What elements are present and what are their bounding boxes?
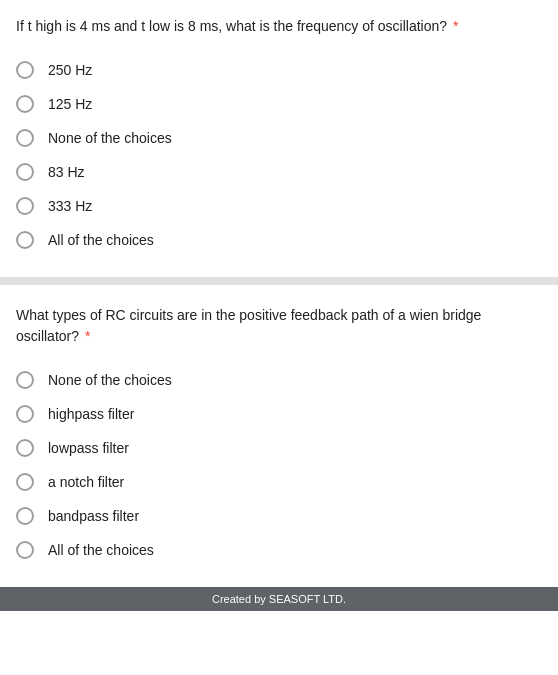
list-item[interactable]: All of the choices xyxy=(16,533,542,567)
list-item[interactable]: 250 Hz xyxy=(16,53,542,87)
list-item[interactable]: 125 Hz xyxy=(16,87,542,121)
page-container: If t high is 4 ms and t low is 8 ms, wha… xyxy=(0,0,558,567)
option-label: All of the choices xyxy=(48,542,154,558)
option-label: bandpass filter xyxy=(48,508,139,524)
list-item[interactable]: None of the choices xyxy=(16,121,542,155)
radio-circle[interactable] xyxy=(16,129,34,147)
list-item[interactable]: highpass filter xyxy=(16,397,542,431)
option-label: 333 Hz xyxy=(48,198,92,214)
option-label: highpass filter xyxy=(48,406,134,422)
option-label: a notch filter xyxy=(48,474,124,490)
radio-circle[interactable] xyxy=(16,95,34,113)
question-1-text: If t high is 4 ms and t low is 8 ms, wha… xyxy=(16,16,542,37)
radio-circle[interactable] xyxy=(16,371,34,389)
option-label: 250 Hz xyxy=(48,62,92,78)
radio-circle[interactable] xyxy=(16,439,34,457)
question-1-options: 250 Hz 125 Hz None of the choices 83 Hz … xyxy=(16,53,542,257)
question-1-body: If t high is 4 ms and t low is 8 ms, wha… xyxy=(16,18,447,34)
option-label: None of the choices xyxy=(48,130,172,146)
footer-bar: Created by SEASOFT LTD. xyxy=(0,587,558,611)
question-2-block: What types of RC circuits are in the pos… xyxy=(16,305,542,567)
list-item[interactable]: 83 Hz xyxy=(16,155,542,189)
section-divider xyxy=(0,277,558,285)
radio-circle[interactable] xyxy=(16,405,34,423)
list-item[interactable]: bandpass filter xyxy=(16,499,542,533)
list-item[interactable]: 333 Hz xyxy=(16,189,542,223)
question-2-required-star: * xyxy=(81,328,90,344)
option-label: lowpass filter xyxy=(48,440,129,456)
footer-label: Created by SEASOFT LTD. xyxy=(212,593,346,605)
radio-circle[interactable] xyxy=(16,473,34,491)
option-label: All of the choices xyxy=(48,232,154,248)
list-item[interactable]: All of the choices xyxy=(16,223,542,257)
radio-circle[interactable] xyxy=(16,61,34,79)
list-item[interactable]: a notch filter xyxy=(16,465,542,499)
radio-circle[interactable] xyxy=(16,507,34,525)
list-item[interactable]: lowpass filter xyxy=(16,431,542,465)
list-item[interactable]: None of the choices xyxy=(16,363,542,397)
radio-circle[interactable] xyxy=(16,163,34,181)
radio-circle[interactable] xyxy=(16,541,34,559)
question-1-required-star: * xyxy=(449,18,458,34)
radio-circle[interactable] xyxy=(16,197,34,215)
radio-circle[interactable] xyxy=(16,231,34,249)
question-2-text: What types of RC circuits are in the pos… xyxy=(16,305,542,347)
option-label: 83 Hz xyxy=(48,164,85,180)
option-label: 125 Hz xyxy=(48,96,92,112)
question-1-block: If t high is 4 ms and t low is 8 ms, wha… xyxy=(16,16,542,257)
question-2-options: None of the choices highpass filter lowp… xyxy=(16,363,542,567)
option-label: None of the choices xyxy=(48,372,172,388)
